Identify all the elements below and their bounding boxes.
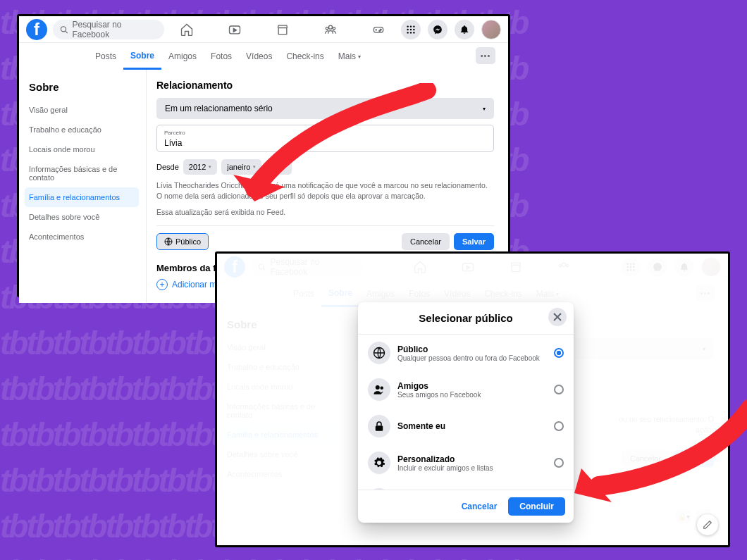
since-day-dropdown[interactable]: 12	[266, 159, 291, 175]
audience-dialog: Selecionar público PúblicoQualquer pesso…	[358, 302, 574, 523]
gear-icon	[368, 452, 390, 474]
tab-more-actions[interactable]: •••	[476, 47, 495, 64]
audience-option-friends[interactable]: AmigosSeus amigos no Facebook	[358, 371, 574, 408]
sidebar-item-familia[interactable]: Família e relacionamentos	[25, 187, 139, 207]
audience-option-title: Personalizado	[397, 454, 547, 464]
tab-mais[interactable]: Mais	[331, 43, 368, 70]
sidebar-item-detalhes[interactable]: Detalhes sobre você	[25, 207, 139, 227]
svg-point-4	[326, 27, 328, 29]
about-sidebar: Sobre Visão geral Trabalho e educação Lo…	[19, 70, 146, 303]
friends-icon	[368, 378, 390, 401]
tab-videos[interactable]: Vídeos	[239, 43, 279, 70]
sidebar-item-visao-geral[interactable]: Visão geral	[25, 100, 139, 120]
svg-point-17	[413, 32, 414, 33]
pencil-icon	[703, 520, 712, 530]
svg-point-16	[410, 32, 412, 33]
center-nav	[164, 23, 401, 37]
window-audience-dialog: f Pesquisar no Facebook Posts Sobre Amig…	[215, 251, 730, 547]
relationship-heading: Relacionamento	[156, 80, 494, 91]
svg-point-7	[381, 29, 382, 30]
partner-label: Parceiro	[164, 130, 486, 136]
audience-option-globe[interactable]: PúblicoQualquer pessoa dentro ou fora do…	[358, 335, 574, 371]
since-label: Desde	[156, 163, 179, 171]
topbar: f Pesquisar no Facebook	[19, 16, 508, 43]
privacy-button[interactable]: Público	[156, 233, 209, 250]
facebook-logo[interactable]: f	[26, 19, 47, 40]
svg-point-9	[407, 25, 408, 27]
partner-value: Lívia	[164, 138, 182, 148]
dialog-cancel-button[interactable]: Cancelar	[455, 497, 505, 516]
audience-option-title: Público	[397, 344, 547, 354]
svg-point-13	[410, 28, 412, 30]
relationship-note-2: Essa atualização será exibida no Feed.	[156, 207, 494, 218]
audience-option-lock[interactable]: Somente eu	[358, 408, 574, 444]
edit-fab[interactable]	[697, 514, 718, 535]
privacy-label: Público	[175, 237, 201, 246]
svg-rect-37	[376, 425, 383, 431]
home-icon[interactable]	[180, 23, 194, 37]
svg-point-12	[407, 28, 408, 30]
audience-option-subtitle: Incluir e excluir amigos e listas	[397, 464, 547, 472]
audience-option-subtitle: Qualquer pessoa dentro ou fora do Facebo…	[397, 354, 547, 362]
radio-indicator	[554, 385, 564, 394]
radio-indicator	[554, 421, 564, 431]
dialog-done-button[interactable]: Concluir	[508, 497, 565, 516]
audience-option-title: Amigos	[397, 381, 547, 391]
svg-point-0	[61, 26, 66, 31]
audience-option-title: Somente eu	[397, 421, 547, 431]
svg-point-14	[413, 28, 414, 30]
dialog-title: Selecionar público	[419, 312, 512, 324]
partner-input[interactable]: Parceiro Lívia	[156, 125, 494, 152]
sidebar-title: Sobre	[25, 81, 139, 93]
radio-indicator	[554, 348, 564, 358]
right-nav	[401, 20, 501, 39]
relationship-note-1: Lívia Theocharides Oricchio receberá uma…	[156, 180, 494, 201]
relationship-status-dropdown[interactable]: Em um relacionamento sério ▾	[156, 98, 494, 119]
svg-point-11	[413, 25, 414, 27]
save-button[interactable]: Salvar	[454, 233, 494, 250]
svg-point-36	[381, 387, 384, 390]
marketplace-icon[interactable]	[276, 23, 290, 37]
sidebar-item-locais[interactable]: Locais onde morou	[25, 139, 139, 159]
since-row: Desde 2012 janeiro 12	[156, 159, 494, 175]
audience-option-subtitle: Seus amigos no Facebook	[397, 391, 547, 399]
dialog-close-button[interactable]	[548, 308, 567, 326]
tab-fotos[interactable]: Fotos	[204, 43, 239, 70]
user-avatar[interactable]	[481, 20, 501, 39]
audience-option-star[interactable]: Amigos próximosSua lista personalizada	[358, 481, 574, 490]
svg-point-10	[410, 25, 412, 27]
menu-icon[interactable]	[401, 20, 421, 39]
radio-indicator	[554, 458, 564, 468]
sidebar-item-info-basicas[interactable]: Informações básicas e de contato	[25, 159, 139, 187]
since-year-dropdown[interactable]: 2012	[183, 159, 217, 175]
globe-icon	[368, 342, 390, 364]
svg-point-8	[379, 30, 381, 31]
svg-line-1	[66, 31, 68, 33]
chevron-down-icon: ▾	[483, 106, 486, 112]
svg-point-3	[329, 25, 333, 29]
sidebar-item-acontecimentos[interactable]: Acontecimentos	[25, 227, 139, 247]
notifications-icon[interactable]	[455, 20, 474, 39]
tab-posts[interactable]: Posts	[88, 43, 123, 70]
tab-amigos[interactable]: Amigos	[161, 43, 204, 70]
sidebar-item-trabalho[interactable]: Trabalho e educação	[25, 120, 139, 139]
tab-sobre[interactable]: Sobre	[123, 43, 161, 70]
profile-tabs: Posts Sobre Amigos Fotos Vídeos Check-in…	[19, 43, 508, 70]
cancel-button[interactable]: Cancelar	[402, 233, 450, 250]
svg-point-35	[376, 385, 380, 390]
lock-icon	[368, 415, 390, 437]
gaming-icon[interactable]	[371, 23, 385, 37]
svg-point-5	[333, 27, 335, 29]
watch-icon[interactable]	[228, 23, 242, 37]
search-input[interactable]: Pesquisar no Facebook	[53, 20, 164, 39]
tab-checkins[interactable]: Check-ins	[279, 43, 331, 70]
audience-option-gear[interactable]: PersonalizadoIncluir e excluir amigos e …	[358, 444, 574, 481]
since-month-dropdown[interactable]: janeiro	[221, 159, 261, 175]
search-icon	[60, 25, 68, 34]
relationship-status-value: Em um relacionamento sério	[165, 104, 273, 113]
search-placeholder: Pesquisar no Facebook	[72, 20, 157, 39]
globe-icon	[164, 237, 173, 246]
messenger-icon[interactable]	[428, 20, 447, 39]
svg-point-15	[407, 32, 408, 33]
groups-icon[interactable]	[323, 23, 338, 37]
